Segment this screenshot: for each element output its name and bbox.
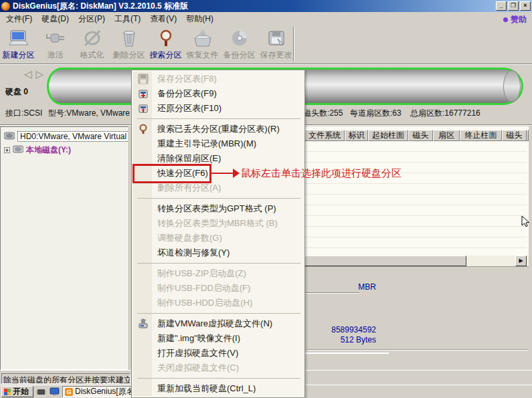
menu-item-reload-current-disk[interactable]: 重新加载当前硬盘(Ctrl_L) (133, 381, 303, 396)
restore-drive-icon (138, 103, 149, 114)
format-button[interactable]: 格式化 (74, 25, 110, 63)
scroll-right-arrow-icon[interactable]: ▶ (515, 256, 527, 266)
tree-item-label: 本地磁盘(Y:) (26, 144, 71, 156)
disk-nav-arrows[interactable]: ◁▷ (24, 68, 48, 80)
header-head[interactable]: 磁头 (408, 130, 433, 141)
toolbar-separator (293, 27, 294, 62)
menu-item-convert-to-mbr[interactable]: 转换分区表类型为MBR格式 (B) (133, 216, 303, 231)
app-icon (1, 2, 10, 11)
quicklaunch-desktop-icon[interactable] (49, 387, 60, 397)
menu-partition[interactable]: 分区(P) (74, 12, 110, 26)
disk-tree-panel: HD0:VMware, VMware Virtual 本地磁盘(Y:) (0, 126, 128, 370)
activate-button[interactable]: 激活 (37, 25, 74, 63)
menu-bar: 文件(F) 硬盘(D) 分区(P) 工具(T) 查看(V) 帮助(H) 赞助 (0, 12, 532, 25)
title-bar: DiskGenius[原名: DiskMan] V3.2.2010.5 标准版 … (0, 0, 532, 12)
magnifier-icon (156, 29, 176, 47)
header-flag[interactable]: 标识 (345, 130, 368, 141)
start-button[interactable]: 开始 (1, 386, 33, 397)
menu-item-label: 重新加载当前硬盘(Ctrl_L) (157, 383, 256, 395)
start-label: 开始 (13, 386, 29, 397)
header-end-head[interactable]: 磁头 (502, 130, 527, 141)
tree-item-local-disk-y[interactable]: 本地磁盘(Y:) (0, 143, 128, 157)
menu-item-convert-to-gpt[interactable]: 转换分区表类型为GPT格式 (P) (133, 201, 303, 216)
sponsor-link[interactable]: 赞助 (503, 14, 527, 25)
tree-item-label: HD0:VMware, VMware Virtual (17, 131, 129, 142)
toolbar: 新建分区 激活 格式化 删除分区 搜索分区 恢复文件 备份分区 保存更改 (0, 25, 532, 64)
menu-item-make-usb-fdd[interactable]: 制作USB-FDD启动盘(F) (133, 281, 303, 296)
menu-disk[interactable]: 硬盘(D) (37, 12, 74, 26)
format-icon (82, 29, 102, 47)
delete-partition-button[interactable]: 删除分区 (110, 25, 147, 63)
menu-item-label: 关闭虚拟硬盘文件(C) (157, 362, 239, 374)
toolbar-label: 搜索分区 (150, 49, 182, 61)
disk-cylinder-cap (503, 70, 521, 102)
disk-model: 型号:VMware, VMware V (48, 108, 130, 119)
header-end-cylinder[interactable]: 终止柱面 (460, 130, 502, 141)
menu-item-label: 保存分区表(F8) (157, 73, 217, 85)
menu-item-label: 搜索已丢失分区(重建分区表)(R) (157, 123, 280, 135)
close-button[interactable]: × (520, 1, 531, 11)
toolbar-label: 保存更改 (260, 49, 292, 61)
disk-label: 硬盘 0 (5, 86, 28, 98)
menu-item-label: 转换分区表类型为MBR格式 (B) (157, 217, 278, 229)
menu-item-label: 还原分区表(F10) (157, 102, 221, 114)
quicklaunch-chip-icon[interactable] (35, 387, 47, 397)
menu-item-close-virtual-disk[interactable]: 关闭虚拟硬盘文件(C) (133, 361, 303, 375)
virtual-disk-icon (138, 318, 149, 329)
sponsor-dot-icon (503, 17, 508, 22)
search-partition-button[interactable]: 搜索分区 (147, 25, 184, 63)
menu-item-save-partition-table[interactable]: 保存分区表(F8) (133, 72, 303, 86)
backup-drive-icon (138, 88, 149, 99)
menu-item-label: 备份分区表(F9) (157, 88, 217, 100)
menu-view[interactable]: 查看(V) (145, 12, 181, 26)
menu-item-restore-partition-table[interactable]: 还原分区表(F10) (133, 101, 303, 116)
expand-plus-icon[interactable] (4, 147, 10, 153)
header-sector[interactable]: 扇区 (433, 130, 460, 141)
menu-item-label: 重建主引导记录(MBR)(M) (157, 138, 256, 150)
menu-separator (133, 310, 303, 316)
save-disk-icon (266, 29, 286, 47)
menu-item-rebuild-mbr[interactable]: 重建主引导记录(MBR)(M) (133, 136, 303, 151)
status-hint-text: 除当前磁盘的所有分区并按要求建立 (1, 373, 130, 384)
menu-item-bad-track-check[interactable]: 坏道检测与修复(Y) (133, 245, 303, 260)
menu-item-new-vmware-disk[interactable]: 新建VMWare虚拟硬盘文件(N) (133, 316, 303, 331)
backup-partition-button[interactable]: 备份分区 (221, 25, 258, 63)
annotation-arrow-line (211, 173, 234, 174)
toolbar-label: 删除分区 (113, 49, 145, 61)
header-filesystem[interactable]: 文件系统 (304, 130, 345, 141)
disk-sectors-per-track: 每道扇区数:63 (350, 108, 402, 119)
minimize-button[interactable]: _ (496, 1, 507, 11)
sponsor-label: 赞助 (511, 14, 527, 25)
menu-tools[interactable]: 工具(T) (110, 12, 145, 26)
menu-item-label: 制作USB-FDD启动盘(F) (157, 282, 250, 294)
menu-item-label: 制作USB-ZIP启动盘(Z) (157, 268, 246, 280)
desktop: DiskGenius[原名: DiskMan] V3.2.2010.5 标准版 … (0, 0, 532, 398)
menu-item-make-usb-zip[interactable]: 制作USB-ZIP启动盘(Z) (133, 266, 303, 281)
toolbar-label: 恢复文件 (187, 49, 219, 61)
maximize-button[interactable]: ❐ (508, 1, 519, 11)
header-start-cylinder[interactable]: 起始柱面 (368, 130, 408, 141)
taskbar-diskgenius-button[interactable]: G DiskGenius[原名: (62, 386, 132, 397)
tree-item-hd0[interactable]: HD0:VMware, VMware Virtual (0, 130, 128, 143)
menu-item-search-lost-partitions[interactable]: 搜索已丢失分区(重建分区表)(R) (133, 122, 303, 136)
disk-context-menu: 保存分区表(F8) 备份分区表(F9) 还原分区表(F10) 搜索已丢失分区(重… (131, 70, 305, 398)
menu-separator (133, 116, 303, 122)
save-changes-button[interactable]: 保存更改 (258, 25, 294, 63)
annotation-text: 鼠标左击单击选择此项进行硬盘分区 (241, 167, 402, 180)
menu-help[interactable]: 帮助(H) (181, 12, 218, 26)
task-button-label: DiskGenius[原名: (75, 386, 132, 397)
new-partition-button[interactable]: 新建分区 (0, 25, 37, 63)
menu-item-backup-partition-table[interactable]: 备份分区表(F9) (133, 86, 303, 101)
menu-item-new-img-file[interactable]: 新建".img"映像文件(I) (133, 331, 303, 346)
menu-item-make-usb-hdd[interactable]: 制作USB-HDD启动盘(H) (133, 296, 303, 310)
recover-files-button[interactable]: 恢复文件 (184, 25, 221, 63)
menu-separator (133, 195, 303, 201)
menu-item-open-virtual-disk[interactable]: 打开虚拟硬盘文件(V) (133, 346, 303, 361)
search-lamp-icon (138, 124, 149, 134)
menu-item-label: 删除所有分区(A) (157, 182, 221, 194)
menu-separator (133, 375, 303, 381)
hard-disk-icon (4, 132, 15, 142)
menu-file[interactable]: 文件(F) (1, 12, 37, 26)
menu-item-adjust-disk-params[interactable]: 调整硬盘参数(G) (133, 231, 303, 245)
menu-item-label: 制作USB-HDD启动盘(H) (157, 297, 252, 309)
